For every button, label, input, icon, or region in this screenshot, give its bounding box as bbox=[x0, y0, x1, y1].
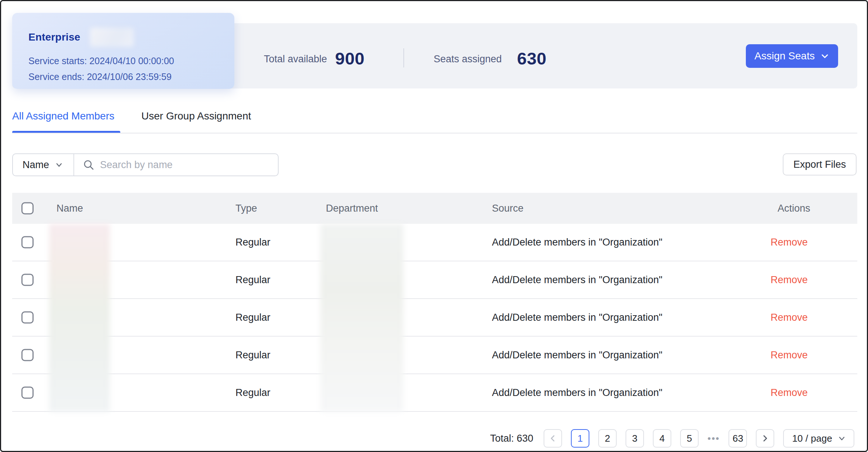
page-button-5[interactable]: 5 bbox=[680, 429, 699, 448]
chevron-down-icon bbox=[820, 51, 830, 61]
search-field-selector[interactable]: Name bbox=[13, 154, 73, 175]
column-header-type: Type bbox=[235, 203, 257, 214]
export-files-button[interactable]: Export Files bbox=[783, 153, 857, 175]
column-header-actions: Actions bbox=[778, 203, 810, 214]
page-button-1[interactable]: 1 bbox=[571, 429, 589, 448]
pagination: Total: 630 1 2 3 4 5 ••• 63 10 / page bbox=[490, 429, 854, 448]
search-field-value: Name bbox=[23, 159, 49, 171]
search-input[interactable] bbox=[100, 155, 278, 175]
chevron-down-icon bbox=[838, 435, 845, 442]
license-card: Enterprise Service starts: 2024/04/10 00… bbox=[12, 13, 234, 89]
row-checkbox[interactable] bbox=[21, 312, 34, 324]
page-button-4[interactable]: 4 bbox=[653, 429, 671, 448]
row-checkbox[interactable] bbox=[21, 349, 34, 361]
row-checkbox[interactable] bbox=[21, 387, 34, 399]
service-end-date: Service ends: 2024/10/06 23:59:59 bbox=[28, 72, 218, 82]
tabs-divider bbox=[12, 133, 857, 133]
member-type: Regular bbox=[235, 312, 271, 323]
member-source: Add/Delete members in "Organization" bbox=[492, 350, 662, 361]
member-source: Add/Delete members in "Organization" bbox=[492, 274, 662, 286]
license-name-redacted bbox=[90, 28, 134, 47]
member-type: Regular bbox=[235, 350, 271, 361]
total-available-value: 900 bbox=[335, 48, 365, 69]
page-button-3[interactable]: 3 bbox=[626, 429, 644, 448]
assign-seats-button[interactable]: Assign Seats bbox=[746, 44, 838, 68]
row-checkbox[interactable] bbox=[21, 274, 34, 286]
assign-seats-label: Assign Seats bbox=[754, 50, 814, 62]
page-size-value: 10 / page bbox=[792, 433, 832, 444]
table-header-row: Name Type Department Source Actions bbox=[12, 193, 857, 224]
page-size-selector[interactable]: 10 / page bbox=[783, 429, 854, 448]
member-source: Add/Delete members in "Organization" bbox=[492, 237, 662, 248]
stats-divider bbox=[403, 48, 404, 67]
member-source: Add/Delete members in "Organization" bbox=[492, 312, 662, 323]
remove-link[interactable]: Remove bbox=[771, 387, 808, 399]
plan-name: Enterprise bbox=[28, 31, 80, 43]
chevron-down-icon bbox=[55, 161, 63, 169]
chevron-right-icon bbox=[761, 434, 769, 443]
members-table: Name Type Department Source Actions Regu… bbox=[12, 193, 857, 412]
member-type: Regular bbox=[235, 387, 271, 399]
table-row: Regular Add/Delete members in "Organizat… bbox=[12, 224, 857, 261]
remove-link[interactable]: Remove bbox=[771, 274, 808, 286]
service-start-date: Service starts: 2024/04/10 00:00:00 bbox=[28, 56, 218, 66]
page-button-63[interactable]: 63 bbox=[728, 429, 747, 448]
row-checkbox[interactable] bbox=[21, 236, 34, 248]
tab-user-group-assignment[interactable]: User Group Assignment bbox=[141, 110, 251, 122]
seats-assigned-value: 630 bbox=[517, 48, 547, 69]
table-row: Regular Add/Delete members in "Organizat… bbox=[12, 261, 857, 299]
column-header-source: Source bbox=[492, 203, 524, 214]
tab-all-assigned-members[interactable]: All Assigned Members bbox=[12, 110, 114, 122]
column-header-name: Name bbox=[56, 203, 83, 214]
member-source: Add/Delete members in "Organization" bbox=[492, 387, 662, 399]
prev-page-button[interactable] bbox=[544, 429, 562, 448]
search-icon bbox=[82, 159, 95, 171]
seat-management-page: Enterprise Service starts: 2024/04/10 00… bbox=[0, 0, 868, 452]
page-button-2[interactable]: 2 bbox=[598, 429, 617, 448]
remove-link[interactable]: Remove bbox=[771, 350, 808, 361]
member-type: Regular bbox=[235, 274, 271, 286]
search-filter-control: Name bbox=[12, 153, 279, 176]
select-all-checkbox[interactable] bbox=[21, 202, 34, 215]
table-row: Regular Add/Delete members in "Organizat… bbox=[12, 299, 857, 337]
total-count: Total: 630 bbox=[490, 433, 533, 444]
table-row: Regular Add/Delete members in "Organizat… bbox=[12, 374, 857, 412]
next-page-button[interactable] bbox=[756, 429, 774, 448]
remove-link[interactable]: Remove bbox=[771, 237, 808, 248]
column-header-department: Department bbox=[326, 203, 378, 214]
more-pages-ellipsis[interactable]: ••• bbox=[707, 433, 720, 444]
table-row: Regular Add/Delete members in "Organizat… bbox=[12, 337, 857, 374]
member-type: Regular bbox=[235, 237, 271, 248]
seats-assigned-label: Seats assigned bbox=[434, 53, 502, 65]
chevron-left-icon bbox=[548, 434, 557, 443]
total-available-label: Total available bbox=[264, 53, 327, 65]
remove-link[interactable]: Remove bbox=[771, 312, 808, 323]
